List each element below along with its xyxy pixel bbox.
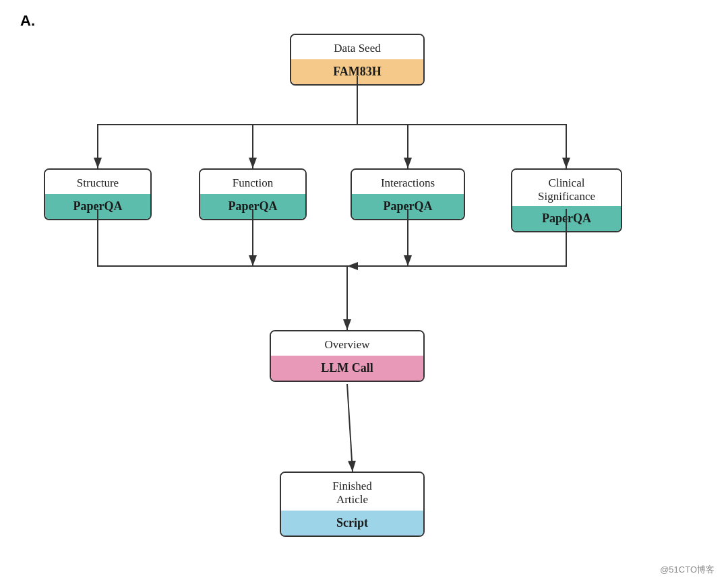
interactions-label: Interactions — [352, 170, 464, 194]
connector-structure-overview — [98, 209, 347, 330]
connector-dataseed-function — [253, 76, 357, 168]
diagram-label: A. — [20, 12, 35, 30]
dataseed-label: Data Seed — [291, 35, 423, 59]
watermark: @51CTO博客 — [660, 564, 715, 576]
finished-node: Finished Article Script — [280, 472, 425, 537]
interactions-badge: PaperQA — [352, 194, 464, 219]
structure-node: Structure PaperQA — [44, 168, 152, 220]
function-label: Function — [200, 170, 305, 194]
structure-label: Structure — [45, 170, 150, 194]
finished-label: Finished Article — [281, 473, 423, 511]
overview-node: Overview LLM Call — [270, 330, 425, 382]
connector-dataseed-clinical — [357, 76, 566, 168]
interactions-node: Interactions PaperQA — [351, 168, 465, 220]
function-node: Function PaperQA — [199, 168, 307, 220]
structure-badge: PaperQA — [45, 194, 150, 219]
clinical-badge: PaperQA — [512, 206, 621, 231]
finished-badge: Script — [281, 511, 423, 536]
function-badge: PaperQA — [200, 194, 305, 219]
dataseed-node: Data Seed FAM83H — [290, 34, 425, 86]
connector-dataseed-structure — [98, 76, 357, 168]
overview-label: Overview — [271, 331, 423, 356]
overview-badge: LLM Call — [271, 356, 423, 381]
dataseed-badge: FAM83H — [291, 59, 423, 84]
connector-dataseed-interactions — [357, 76, 408, 168]
connector-overview-finished — [347, 384, 353, 472]
clinical-label: Clinical Significance — [512, 170, 621, 206]
clinical-node: Clinical Significance PaperQA — [511, 168, 622, 232]
